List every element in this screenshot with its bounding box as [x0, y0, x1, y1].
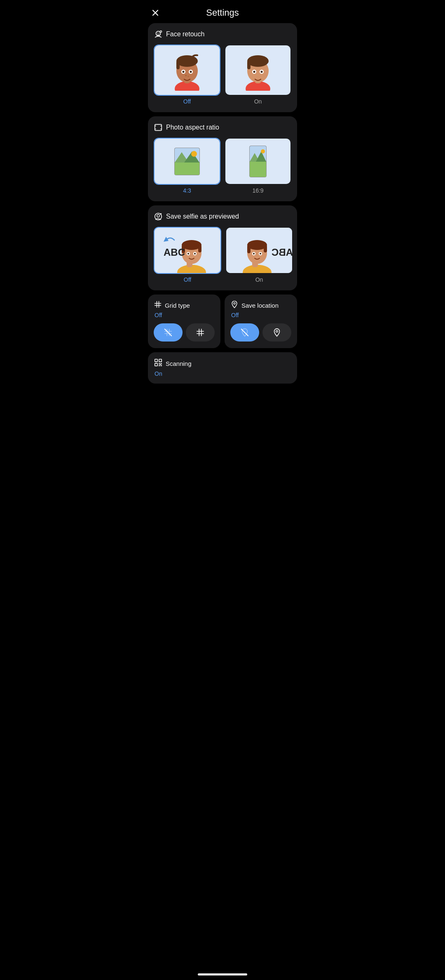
selfie-off-image: ABC: [154, 227, 221, 274]
scanning-icon: [154, 358, 163, 369]
save-location-card: Save location Off: [225, 294, 297, 348]
selfie-off-option[interactable]: ABC Off: [154, 227, 221, 283]
grid-on-toggle[interactable]: [186, 323, 215, 342]
svg-point-13: [185, 75, 187, 76]
save-location-icon: [230, 300, 239, 310]
grid-off-icon: [164, 328, 173, 337]
svg-point-2: [159, 33, 159, 33]
location-on-toggle[interactable]: [262, 323, 291, 342]
svg-point-62: [260, 253, 261, 254]
svg-rect-35: [250, 162, 266, 177]
grid-on-icon: [196, 328, 205, 337]
svg-rect-68: [155, 359, 157, 362]
photo-aspect-header: Photo aspect ratio: [154, 123, 291, 132]
save-selfie-header: Save selfie as previewed: [154, 212, 291, 221]
face-retouch-off-image: [154, 45, 220, 96]
svg-point-30: [191, 151, 197, 157]
aspect-169-image: [225, 138, 291, 185]
face-retouch-on-image: [225, 45, 291, 96]
svg-line-64: [165, 329, 172, 336]
aspect-43-image: [154, 138, 220, 185]
location-off-toggle[interactable]: [230, 323, 259, 342]
svg-point-49: [194, 253, 196, 254]
save-selfie-section: Save selfie as previewed: [148, 205, 297, 290]
svg-point-11: [183, 71, 185, 73]
save-selfie-icon: [154, 212, 163, 221]
svg-point-67: [276, 330, 278, 332]
svg-point-14: [188, 76, 189, 77]
svg-rect-57: [247, 245, 251, 253]
grid-type-header: Grid type: [154, 300, 215, 310]
face-off-illustration: [171, 49, 204, 91]
face-retouch-header: Face retouch: [154, 30, 291, 39]
selfie-off-illustration: ABC: [155, 228, 220, 273]
face-retouch-options: Off: [154, 45, 291, 105]
svg-rect-29: [175, 163, 199, 175]
close-icon: [150, 8, 160, 18]
aspect-169-option[interactable]: 16:9: [225, 138, 291, 194]
face-retouch-section: Face retouch: [148, 23, 297, 112]
save-location-toggles: [230, 323, 291, 342]
save-location-header: Save location: [230, 300, 291, 310]
svg-point-23: [261, 71, 263, 73]
face-retouch-label: Face retouch: [166, 31, 204, 38]
save-selfie-label: Save selfie as previewed: [166, 213, 239, 220]
landscape-43-illustration: [173, 144, 201, 179]
save-location-label: Save location: [241, 302, 279, 309]
svg-rect-24: [155, 125, 162, 131]
location-off-icon: [240, 328, 249, 337]
aspect-169-label: 16:9: [252, 187, 263, 194]
svg-rect-70: [155, 363, 157, 366]
grid-type-icon: [154, 300, 162, 310]
svg-point-22: [253, 71, 255, 73]
svg-rect-69: [159, 359, 162, 362]
grid-location-row: Grid type Off: [148, 294, 297, 348]
svg-point-61: [253, 253, 255, 254]
grid-type-toggles: [154, 323, 215, 342]
svg-point-65: [234, 302, 235, 304]
svg-rect-8: [176, 61, 180, 69]
grid-off-toggle[interactable]: [154, 323, 183, 342]
settings-header: Settings: [142, 0, 303, 23]
selfie-on-label: On: [255, 276, 263, 283]
svg-rect-19: [247, 61, 251, 69]
location-on-icon: [272, 328, 281, 337]
svg-point-36: [261, 149, 265, 153]
svg-text:ABC: ABC: [164, 247, 185, 258]
face-retouch-off-option[interactable]: Off: [154, 45, 220, 105]
grid-type-label: Grid type: [165, 302, 190, 309]
svg-point-38: [157, 214, 159, 217]
face-on-illustration: [241, 49, 274, 91]
grid-type-value: Off: [155, 312, 215, 318]
photo-aspect-options: 4:3: [154, 138, 291, 194]
face-retouch-off-label: Off: [183, 98, 191, 105]
face-retouch-on-option[interactable]: On: [225, 45, 291, 105]
grid-type-card: Grid type Off: [148, 294, 220, 348]
close-button[interactable]: [149, 6, 162, 19]
selfie-on-image: ABC: [225, 227, 293, 274]
save-selfie-options: ABC Off: [154, 227, 291, 283]
face-retouch-on-label: On: [254, 98, 262, 105]
svg-text:ABC: ABC: [272, 247, 292, 258]
selfie-on-option[interactable]: ABC On: [225, 227, 293, 283]
svg-point-1: [157, 33, 158, 33]
aspect-43-option[interactable]: 4:3: [154, 138, 220, 194]
svg-rect-58: [264, 245, 267, 252]
save-location-value: Off: [231, 312, 291, 318]
photo-aspect-label: Photo aspect ratio: [166, 124, 219, 131]
svg-rect-45: [198, 245, 201, 252]
photo-aspect-ratio-section: Photo aspect ratio: [148, 116, 297, 201]
settings-scroll: Face retouch: [142, 23, 303, 392]
svg-point-12: [190, 71, 192, 73]
scanning-value: On: [155, 370, 291, 377]
svg-point-48: [187, 253, 189, 254]
selfie-on-illustration: ABC: [226, 228, 292, 273]
photo-aspect-icon: [154, 123, 163, 132]
portrait-169-illustration: [248, 144, 268, 179]
scanning-header: Scanning: [154, 358, 291, 369]
aspect-43-label: 4:3: [183, 187, 191, 194]
scanning-label: Scanning: [166, 360, 192, 367]
page-title: Settings: [206, 7, 239, 18]
selfie-off-label: Off: [184, 276, 191, 283]
scanning-card: Scanning On: [148, 352, 297, 384]
